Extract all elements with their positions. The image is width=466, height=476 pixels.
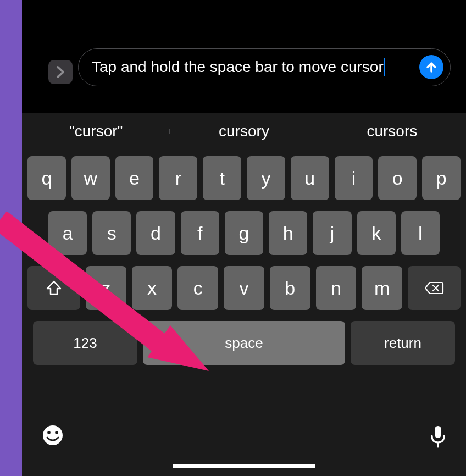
emoji-icon [42,424,64,446]
key-u[interactable]: u [291,156,329,200]
key-o[interactable]: o [378,156,417,200]
key-row-2: a s d f g h j k l [27,211,461,255]
shift-icon [45,280,63,296]
key-c[interactable]: c [177,266,218,310]
key-row-1: q w e r t y u i o p [27,156,461,200]
key-q[interactable]: q [27,156,66,200]
key-n[interactable]: n [316,266,357,310]
key-x[interactable]: x [132,266,173,310]
key-backspace[interactable] [408,266,461,310]
text-cursor [384,58,385,76]
emoji-button[interactable] [42,424,64,451]
svg-rect-3 [435,426,441,438]
send-button[interactable] [419,55,443,79]
key-f[interactable]: f [181,211,219,255]
key-s[interactable]: s [92,211,131,255]
key-k[interactable]: k [357,211,396,255]
keyboard: "cursor" cursory cursors q w e r t y u i… [22,113,466,476]
suggestion-3[interactable]: cursors [318,123,466,140]
key-shift[interactable] [27,266,80,310]
sidebar-accent [0,0,22,476]
key-rows: q w e r t y u i o p a s d f g h j k l [22,150,466,365]
key-t[interactable]: t [203,156,241,200]
key-d[interactable]: d [136,211,175,255]
key-m[interactable]: m [362,266,402,310]
key-w[interactable]: w [71,156,110,200]
message-input-row: Tap and hold the space bar to move curso… [48,48,451,86]
key-y[interactable]: y [247,156,285,200]
key-j[interactable]: j [313,211,351,255]
microphone-icon [430,425,446,448]
svg-point-2 [55,431,58,434]
key-e[interactable]: e [115,156,154,200]
key-numbers[interactable]: 123 [33,321,137,365]
expand-button[interactable] [48,60,73,84]
suggestion-bar: "cursor" cursory cursors [22,113,466,150]
dictation-button[interactable] [430,425,446,450]
backspace-icon [424,281,444,295]
chevron-right-icon [55,65,66,79]
key-space[interactable]: space [143,321,345,365]
message-input[interactable]: Tap and hold the space bar to move curso… [78,48,451,86]
key-return[interactable]: return [351,321,455,365]
main-content: Tap and hold the space bar to move curso… [22,0,466,476]
key-r[interactable]: r [159,156,197,200]
key-b[interactable]: b [270,266,310,310]
suggestion-2[interactable]: cursory [170,123,318,140]
key-row-4: 123 space return [27,321,461,365]
svg-point-0 [43,425,63,445]
key-z[interactable]: z [86,266,126,310]
key-h[interactable]: h [269,211,307,255]
message-text: Tap and hold the space bar to move curso… [92,58,384,75]
key-l[interactable]: l [401,211,440,255]
key-i[interactable]: i [335,156,373,200]
key-row-3: z x c v b n m [27,266,461,310]
key-a[interactable]: a [48,211,87,255]
key-v[interactable]: v [224,266,264,310]
arrow-up-icon [425,61,437,73]
svg-point-1 [47,431,51,434]
home-indicator[interactable] [173,464,315,468]
key-g[interactable]: g [225,211,263,255]
key-p[interactable]: p [422,156,461,200]
suggestion-1[interactable]: "cursor" [22,123,170,140]
